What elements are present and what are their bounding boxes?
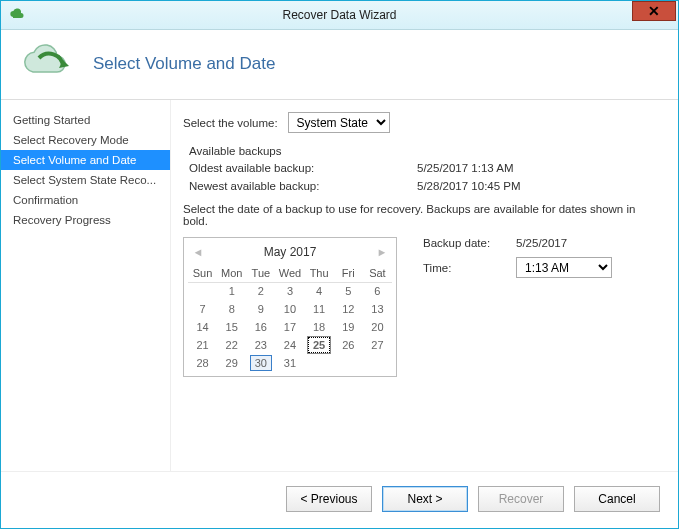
wizard-window: Recover Data Wizard ✕ Select Volume and … bbox=[0, 0, 679, 529]
calendar-day-header: Sat bbox=[363, 264, 392, 282]
calendar-day[interactable]: 26 bbox=[334, 336, 363, 354]
wizard-step-item[interactable]: Select System State Reco... bbox=[1, 170, 170, 190]
close-icon: ✕ bbox=[648, 3, 660, 19]
calendar-day[interactable]: 21 bbox=[188, 336, 217, 354]
wizard-step-item[interactable]: Getting Started bbox=[1, 110, 170, 130]
calendar-day[interactable]: 27 bbox=[363, 336, 392, 354]
available-backups-label: Available backups bbox=[189, 145, 660, 157]
oldest-backup-label: Oldest available backup: bbox=[189, 162, 417, 174]
calendar-day[interactable]: 2 bbox=[246, 282, 275, 300]
calendar-day[interactable]: 24 bbox=[275, 336, 304, 354]
calendar-day[interactable]: 3 bbox=[275, 282, 304, 300]
calendar-day-header: Sun bbox=[188, 264, 217, 282]
newest-backup-label: Newest available backup: bbox=[189, 180, 417, 192]
calendar-day[interactable]: 11 bbox=[305, 300, 334, 318]
calendar-day[interactable]: 18 bbox=[305, 318, 334, 336]
calendar-day-header: Wed bbox=[275, 264, 304, 282]
calendar-day-header: Mon bbox=[217, 264, 246, 282]
calendar-day[interactable]: 19 bbox=[334, 318, 363, 336]
previous-button[interactable]: < Previous bbox=[286, 486, 372, 512]
calendar-day[interactable]: 1 bbox=[217, 282, 246, 300]
page-header: Select Volume and Date bbox=[1, 30, 678, 100]
titlebar: Recover Data Wizard ✕ bbox=[1, 1, 678, 30]
main-panel: Select the volume: System State Availabl… bbox=[171, 100, 678, 471]
calendar-day[interactable]: 14 bbox=[188, 318, 217, 336]
newest-backup-value: 5/28/2017 10:45 PM bbox=[417, 180, 521, 192]
page-title: Select Volume and Date bbox=[93, 54, 275, 74]
calendar-day bbox=[188, 282, 217, 300]
calendar-day[interactable]: 23 bbox=[246, 336, 275, 354]
calendar-day[interactable]: 13 bbox=[363, 300, 392, 318]
wizard-step-item[interactable]: Recovery Progress bbox=[1, 210, 170, 230]
wizard-step-item[interactable]: Confirmation bbox=[1, 190, 170, 210]
window-title: Recover Data Wizard bbox=[1, 8, 678, 22]
wizard-footer: < Previous Next > Recover Cancel bbox=[1, 471, 678, 528]
calendar-day[interactable]: 20 bbox=[363, 318, 392, 336]
calendar-month-label: May 2017 bbox=[264, 245, 317, 259]
calendar-day bbox=[363, 354, 392, 372]
calendar-day[interactable]: 30 bbox=[246, 354, 275, 372]
calendar-day[interactable]: 15 bbox=[217, 318, 246, 336]
cancel-button[interactable]: Cancel bbox=[574, 486, 660, 512]
recover-button[interactable]: Recover bbox=[478, 486, 564, 512]
calendar-day-header: Tue bbox=[246, 264, 275, 282]
calendar-next-button[interactable]: ► bbox=[374, 246, 390, 258]
calendar-day[interactable]: 25 bbox=[305, 336, 334, 354]
calendar-day[interactable]: 17 bbox=[275, 318, 304, 336]
backup-date-value: 5/25/2017 bbox=[516, 237, 567, 249]
volume-label: Select the volume: bbox=[183, 117, 278, 129]
time-label: Time: bbox=[423, 262, 508, 274]
calendar-day[interactable]: 4 bbox=[305, 282, 334, 300]
calendar-day[interactable]: 28 bbox=[188, 354, 217, 372]
calendar-day[interactable]: 29 bbox=[217, 354, 246, 372]
calendar-day[interactable]: 10 bbox=[275, 300, 304, 318]
calendar-day[interactable]: 5 bbox=[334, 282, 363, 300]
time-select[interactable]: 1:13 AM bbox=[516, 257, 612, 278]
oldest-backup-value: 5/25/2017 1:13 AM bbox=[417, 162, 514, 174]
volume-select[interactable]: System State bbox=[288, 112, 390, 133]
backup-date-label: Backup date: bbox=[423, 237, 508, 249]
wizard-step-item[interactable]: Select Recovery Mode bbox=[1, 130, 170, 150]
calendar-prev-button[interactable]: ◄ bbox=[190, 246, 206, 258]
wizard-steps-nav: Getting StartedSelect Recovery ModeSelec… bbox=[1, 100, 171, 471]
calendar-day[interactable]: 22 bbox=[217, 336, 246, 354]
backup-calendar[interactable]: ◄ May 2017 ► SunMonTueWedThuFriSat123456… bbox=[183, 237, 397, 377]
calendar-day[interactable]: 7 bbox=[188, 300, 217, 318]
instruction-text: Select the date of a backup to use for r… bbox=[183, 203, 660, 227]
close-button[interactable]: ✕ bbox=[632, 1, 676, 21]
wizard-step-item[interactable]: Select Volume and Date bbox=[1, 150, 170, 170]
calendar-day-header: Fri bbox=[334, 264, 363, 282]
body: Getting StartedSelect Recovery ModeSelec… bbox=[1, 100, 678, 471]
cloud-arrow-icon bbox=[19, 44, 75, 83]
calendar-day[interactable]: 8 bbox=[217, 300, 246, 318]
calendar-day[interactable]: 12 bbox=[334, 300, 363, 318]
calendar-day[interactable]: 16 bbox=[246, 318, 275, 336]
calendar-day[interactable]: 6 bbox=[363, 282, 392, 300]
calendar-day[interactable]: 31 bbox=[275, 354, 304, 372]
calendar-day[interactable]: 9 bbox=[246, 300, 275, 318]
calendar-day bbox=[334, 354, 363, 372]
calendar-day bbox=[305, 354, 334, 372]
calendar-day-header: Thu bbox=[305, 264, 334, 282]
next-button[interactable]: Next > bbox=[382, 486, 468, 512]
